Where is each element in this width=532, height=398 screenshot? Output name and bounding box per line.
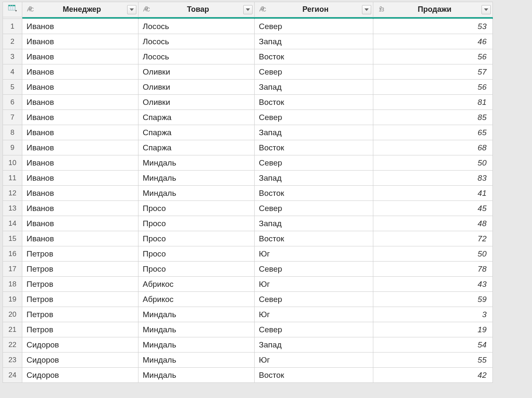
cell-region[interactable]: Восток (255, 95, 373, 110)
cell-region[interactable]: Запад (255, 216, 373, 231)
cell-product[interactable]: Миндаль (138, 322, 255, 337)
cell-product[interactable]: Оливки (138, 80, 255, 95)
cell-sales[interactable]: 83 (373, 171, 493, 186)
filter-dropdown-button[interactable] (481, 5, 491, 14)
column-header-product[interactable]: B Товар (138, 2, 255, 17)
cell-sales[interactable]: 42 (373, 368, 493, 383)
row-index[interactable]: 3 (3, 49, 22, 64)
cell-manager[interactable]: Иванов (22, 216, 138, 231)
column-header-sales[interactable]: 2 Продажи (373, 2, 493, 17)
row-index[interactable]: 6 (3, 95, 22, 110)
cell-product[interactable]: Просо (138, 246, 255, 262)
cell-sales[interactable]: 50 (373, 155, 493, 171)
table-row[interactable]: 14ИвановПросоЗапад48 (3, 216, 493, 231)
cell-manager[interactable]: Петров (22, 322, 138, 337)
table-row[interactable]: 7ИвановСпаржаСевер85 (3, 110, 493, 125)
cell-product[interactable]: Просо (138, 216, 255, 231)
row-index[interactable]: 7 (3, 110, 22, 125)
row-index[interactable]: 20 (3, 307, 22, 322)
cell-product[interactable]: Спаржа (138, 140, 255, 155)
table-row[interactable]: 10ИвановМиндальСевер50 (3, 155, 493, 171)
select-all-corner[interactable] (3, 2, 22, 17)
table-row[interactable]: 18ПетровАбрикосЮг43 (3, 277, 493, 292)
cell-product[interactable]: Лосось (138, 49, 255, 64)
cell-sales[interactable]: 68 (373, 140, 493, 155)
cell-sales[interactable]: 54 (373, 337, 493, 353)
cell-product[interactable]: Лосось (138, 34, 255, 49)
row-index[interactable]: 8 (3, 125, 22, 140)
row-index[interactable]: 17 (3, 262, 22, 277)
cell-region[interactable]: Запад (255, 337, 373, 353)
row-index[interactable]: 23 (3, 353, 22, 368)
cell-sales[interactable]: 85 (373, 110, 493, 125)
cell-product[interactable]: Миндаль (138, 353, 255, 368)
cell-sales[interactable]: 72 (373, 231, 493, 246)
table-row[interactable]: 2ИвановЛососьЗапад46 (3, 34, 493, 49)
cell-region[interactable]: Восток (255, 49, 373, 64)
cell-region[interactable]: Север (255, 19, 373, 34)
table-row[interactable]: 12ИвановМиндальВосток41 (3, 186, 493, 201)
row-index[interactable]: 11 (3, 171, 22, 186)
cell-region[interactable]: Север (255, 64, 373, 80)
cell-sales[interactable]: 56 (373, 80, 493, 95)
cell-sales[interactable]: 59 (373, 292, 493, 307)
cell-sales[interactable]: 53 (373, 19, 493, 34)
cell-region[interactable]: Запад (255, 125, 373, 140)
row-index[interactable]: 1 (3, 19, 22, 34)
cell-manager[interactable]: Иванов (22, 80, 138, 95)
cell-manager[interactable]: Петров (22, 246, 138, 262)
table-row[interactable]: 6ИвановОливкиВосток81 (3, 95, 493, 110)
cell-manager[interactable]: Иванов (22, 110, 138, 125)
row-index[interactable]: 5 (3, 80, 22, 95)
cell-manager[interactable]: Сидоров (22, 353, 138, 368)
cell-region[interactable]: Юг (255, 307, 373, 322)
table-row[interactable]: 17ПетровПросоСевер78 (3, 262, 493, 277)
cell-product[interactable]: Оливки (138, 95, 255, 110)
cell-manager[interactable]: Петров (22, 292, 138, 307)
row-index[interactable]: 16 (3, 246, 22, 262)
row-index[interactable]: 12 (3, 186, 22, 201)
cell-region[interactable]: Север (255, 262, 373, 277)
table-row[interactable]: 5ИвановОливкиЗапад56 (3, 80, 493, 95)
cell-product[interactable]: Миндаль (138, 186, 255, 201)
cell-sales[interactable]: 56 (373, 49, 493, 64)
table-row[interactable]: 19ПетровАбрикосСевер59 (3, 292, 493, 307)
cell-product[interactable]: Абрикос (138, 277, 255, 292)
cell-manager[interactable]: Иванов (22, 140, 138, 155)
cell-product[interactable]: Миндаль (138, 171, 255, 186)
cell-region[interactable]: Запад (255, 171, 373, 186)
cell-product[interactable]: Просо (138, 201, 255, 216)
cell-sales[interactable]: 55 (373, 353, 493, 368)
cell-product[interactable]: Оливки (138, 64, 255, 80)
cell-product[interactable]: Просо (138, 262, 255, 277)
row-index[interactable]: 24 (3, 368, 22, 383)
cell-region[interactable]: Север (255, 292, 373, 307)
cell-region[interactable]: Восток (255, 186, 373, 201)
cell-region[interactable]: Север (255, 155, 373, 171)
table-row[interactable]: 22СидоровМиндальЗапад54 (3, 337, 493, 353)
cell-region[interactable]: Север (255, 201, 373, 216)
cell-sales[interactable]: 3 (373, 307, 493, 322)
cell-region[interactable]: Север (255, 322, 373, 337)
cell-manager[interactable]: Иванов (22, 95, 138, 110)
cell-sales[interactable]: 48 (373, 216, 493, 231)
cell-manager[interactable]: Иванов (22, 19, 138, 34)
table-row[interactable]: 11ИвановМиндальЗапад83 (3, 171, 493, 186)
filter-dropdown-button[interactable] (243, 5, 253, 14)
cell-sales[interactable]: 81 (373, 95, 493, 110)
column-header-region[interactable]: B Регион (255, 2, 373, 17)
cell-sales[interactable]: 43 (373, 277, 493, 292)
row-index[interactable]: 4 (3, 64, 22, 80)
table-row[interactable]: 24СидоровМиндальВосток42 (3, 368, 493, 383)
cell-manager[interactable]: Сидоров (22, 368, 138, 383)
cell-sales[interactable]: 19 (373, 322, 493, 337)
cell-region[interactable]: Юг (255, 277, 373, 292)
table-row[interactable]: 16ПетровПросоЮг50 (3, 246, 493, 262)
cell-product[interactable]: Абрикос (138, 292, 255, 307)
cell-product[interactable]: Миндаль (138, 307, 255, 322)
cell-manager[interactable]: Иванов (22, 231, 138, 246)
cell-region[interactable]: Север (255, 110, 373, 125)
table-row[interactable]: 13ИвановПросоСевер45 (3, 201, 493, 216)
cell-manager[interactable]: Сидоров (22, 337, 138, 353)
cell-sales[interactable]: 41 (373, 186, 493, 201)
